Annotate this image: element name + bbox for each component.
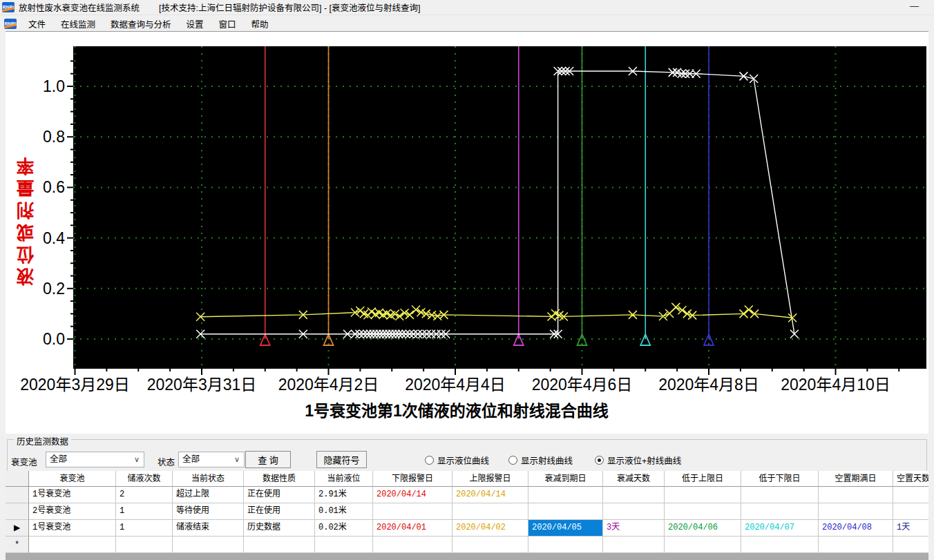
table-cell[interactable]: [116, 537, 173, 553]
table-cell[interactable]: [665, 537, 741, 553]
table-cell[interactable]: 2020/04/01: [373, 520, 452, 537]
pool-select[interactable]: 全部 ∨: [46, 452, 144, 467]
row-selector-header[interactable]: [6, 471, 29, 487]
new-row-indicator[interactable]: *: [6, 537, 29, 553]
y-tick-label: 0.8: [18, 127, 65, 146]
table-cell[interactable]: 2.91米: [315, 487, 373, 503]
table-cell[interactable]: 2020/04/14: [452, 487, 528, 503]
table-cell[interactable]: 1天: [893, 520, 928, 537]
table-cell[interactable]: [173, 537, 244, 553]
table-cell[interactable]: [528, 537, 603, 553]
x-tick-label: 2020年4月4日: [405, 371, 506, 395]
radio-icon[interactable]: [425, 456, 434, 465]
row-selector-cell[interactable]: [6, 503, 29, 520]
y-tick-label: 0.0: [18, 329, 65, 349]
column-header-衰减天数[interactable]: 衰减天数: [603, 471, 665, 487]
table-cell[interactable]: [893, 487, 928, 503]
table-cell[interactable]: 正在使用: [244, 503, 315, 520]
column-header-储液次数[interactable]: 储液次数: [116, 471, 173, 487]
table-cell[interactable]: 正在使用: [244, 487, 315, 503]
pool-label: 衰变池: [11, 455, 37, 468]
table-cell[interactable]: 0.01米: [315, 503, 373, 520]
current-row-indicator[interactable]: ▶: [6, 520, 29, 537]
menu-item-设置[interactable]: 设置: [179, 16, 211, 32]
table-cell[interactable]: 2020/04/14: [373, 487, 452, 503]
table-cell[interactable]: [244, 537, 315, 553]
table-cell[interactable]: [741, 537, 819, 553]
table-cell[interactable]: [819, 537, 893, 553]
menu-bar: RNRi 文件在线监测数据查询与分析设置窗口帮助: [0, 16, 934, 31]
menu-item-文件[interactable]: 文件: [21, 16, 53, 32]
table-cell[interactable]: 2号衰变池: [29, 503, 116, 520]
table-cell[interactable]: 超过上限: [173, 487, 244, 503]
table-cell[interactable]: [665, 503, 741, 520]
table-cell[interactable]: [819, 487, 893, 503]
menu-item-在线监测[interactable]: 在线监测: [53, 16, 103, 32]
y-tick-label: 1.0: [18, 77, 65, 96]
column-header-当前液位[interactable]: 当前液位: [315, 471, 373, 487]
table-cell[interactable]: 2020/04/08: [819, 520, 893, 537]
menu-item-数据查询与分析[interactable]: 数据查询与分析: [103, 16, 179, 32]
table-cell[interactable]: [603, 487, 665, 503]
radio-selected-icon[interactable]: [595, 456, 604, 465]
table-cell[interactable]: [603, 537, 665, 553]
menu-item-帮助[interactable]: 帮助: [244, 16, 276, 32]
column-header-数据性质[interactable]: 数据性质: [244, 471, 315, 487]
radio-显示液位曲线[interactable]: 显示液位曲线: [425, 454, 489, 467]
table-cell[interactable]: [741, 487, 819, 503]
table-cell[interactable]: 0.02米: [315, 520, 373, 537]
column-header-衰减到期日[interactable]: 衰减到期日: [528, 471, 603, 487]
grid-header-row: 衰变池储液次数当前状态数据性质当前液位下限报警日上限报警日衰减到期日衰减天数低于…: [6, 471, 928, 487]
column-header-空置期满日[interactable]: 空置期满日: [819, 471, 893, 487]
x-tick-label: 2020年4月2日: [278, 371, 379, 395]
x-tick-label: 2020年4月8日: [658, 371, 759, 395]
table-cell[interactable]: [452, 537, 528, 553]
table-cell[interactable]: [603, 503, 665, 520]
child-window-icon[interactable]: RNRi: [4, 19, 17, 29]
table-cell[interactable]: [741, 503, 819, 520]
query-button[interactable]: 查 询: [245, 451, 291, 468]
radio-显示液位+射线曲线[interactable]: 显示液位+射线曲线: [595, 454, 681, 467]
column-header-当前状态[interactable]: 当前状态: [173, 471, 244, 487]
y-axis-title: 液位或剂量率: [14, 148, 39, 286]
grid-new-row: *: [6, 537, 928, 553]
column-header-空置天数[interactable]: 空置天数: [893, 471, 928, 487]
table-cell[interactable]: [893, 537, 928, 553]
column-header-下限报警日[interactable]: 下限报警日: [373, 471, 452, 487]
table-cell[interactable]: 等待使用: [173, 503, 244, 520]
column-header-低于上限日[interactable]: 低于上限日: [665, 471, 741, 487]
x-tick-label: 2020年3月29日: [20, 371, 130, 395]
radio-显示射线曲线[interactable]: 显示射线曲线: [508, 454, 573, 467]
table-cell[interactable]: 1号衰变池: [29, 520, 116, 537]
table-cell[interactable]: 1号衰变池: [29, 487, 116, 503]
table-cell[interactable]: [528, 503, 603, 520]
table-cell[interactable]: [373, 537, 452, 553]
table-cell[interactable]: 1: [116, 520, 173, 537]
table-cell[interactable]: 2020/04/02: [452, 520, 528, 537]
column-header-低于下限日[interactable]: 低于下限日: [741, 471, 819, 487]
row-selector-cell[interactable]: [6, 487, 29, 503]
table-cell[interactable]: 2020/04/06: [665, 520, 741, 537]
selected-cell[interactable]: 2020/04/05: [528, 520, 603, 537]
table-cell[interactable]: [373, 503, 452, 520]
table-cell[interactable]: [665, 487, 741, 503]
table-cell[interactable]: 历史数据: [244, 520, 315, 537]
column-header-衰变池[interactable]: 衰变池: [29, 471, 116, 487]
table-cell[interactable]: 1: [116, 503, 173, 520]
table-cell[interactable]: [528, 487, 603, 503]
minimize-icon[interactable]: —: [910, 1, 919, 11]
radio-icon[interactable]: [508, 456, 517, 465]
table-cell[interactable]: [893, 503, 928, 520]
table-cell[interactable]: 2020/04/07: [741, 520, 819, 537]
menu-item-窗口[interactable]: 窗口: [211, 16, 244, 32]
table-cell[interactable]: [29, 537, 116, 553]
table-cell[interactable]: [315, 537, 373, 553]
table-cell[interactable]: 3天: [603, 520, 665, 537]
hide-symbols-button[interactable]: 隐藏符号: [316, 451, 367, 468]
column-header-上限报警日[interactable]: 上限报警日: [452, 471, 528, 487]
table-cell[interactable]: 储液结束: [173, 520, 244, 537]
table-cell[interactable]: [452, 503, 528, 520]
table-cell[interactable]: 2: [116, 487, 173, 503]
status-select[interactable]: 全部 ∨: [178, 452, 245, 467]
table-cell[interactable]: [819, 503, 893, 520]
